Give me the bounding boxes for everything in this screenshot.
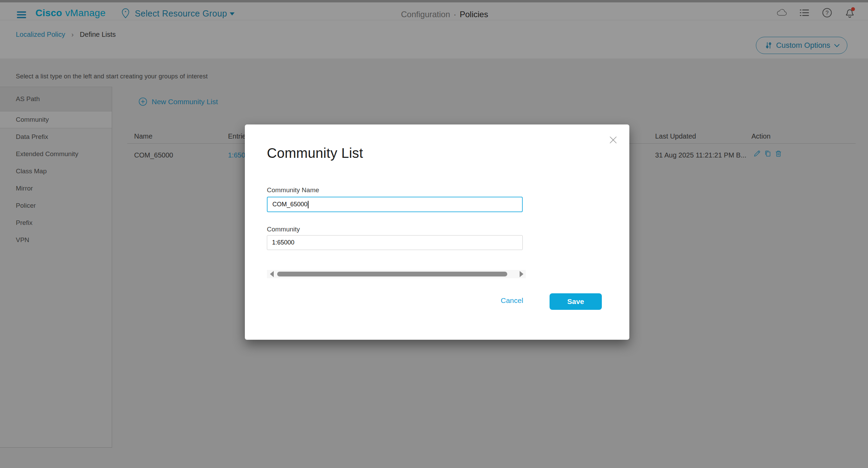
community-label: Community [267, 226, 300, 233]
community-input[interactable] [267, 235, 523, 250]
cancel-button[interactable]: Cancel [501, 296, 523, 305]
scrollbar-thumb[interactable] [277, 272, 507, 276]
app: CiscovManage Select Resource Group Confi… [0, 0, 868, 468]
save-button[interactable]: Save [550, 293, 602, 310]
close-icon[interactable] [609, 135, 618, 144]
scroll-right-arrow-icon[interactable] [520, 271, 523, 277]
modal-title: Community List [267, 144, 363, 162]
community-name-value: COM_65000 [272, 201, 307, 208]
text-cursor [308, 201, 308, 208]
community-name-input[interactable]: COM_65000 [267, 197, 523, 212]
scroll-left-arrow-icon[interactable] [270, 271, 274, 277]
community-list-modal: Community List Community Name COM_65000 … [245, 124, 629, 340]
horizontal-scrollbar [267, 270, 526, 278]
community-name-label: Community Name [267, 186, 319, 194]
